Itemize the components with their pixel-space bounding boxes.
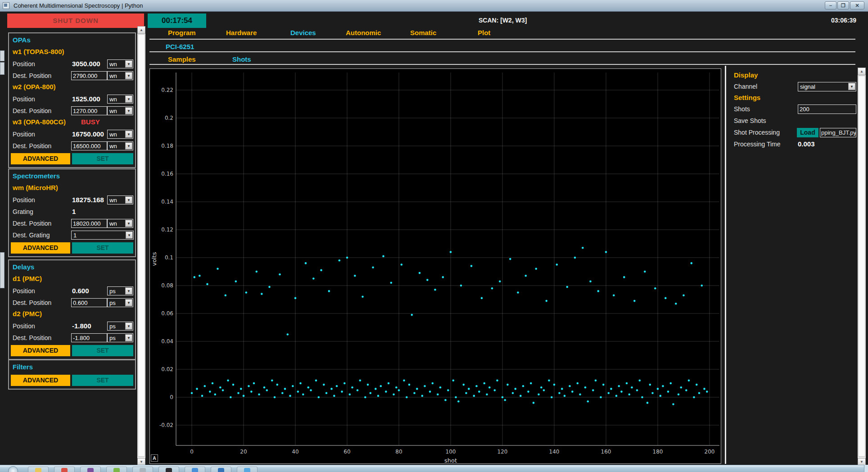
set-button[interactable]: SET	[72, 375, 133, 386]
channel-label: Channel	[734, 83, 757, 90]
position-readout: 1	[72, 208, 113, 215]
tab-autonomic[interactable]: Autonomic	[346, 29, 381, 36]
background-window-fragment	[0, 252, 5, 288]
units-select[interactable]: wn▼	[107, 141, 133, 150]
data-point	[434, 289, 436, 291]
data-point	[561, 388, 563, 390]
units-select[interactable]: wn▼	[107, 219, 133, 228]
autoscale-button[interactable]: A	[151, 454, 158, 462]
advanced-button[interactable]: ADVANCED	[11, 345, 70, 356]
close-button[interactable]: ✕	[850, 1, 864, 9]
chevron-down-icon[interactable]: ▼	[125, 322, 132, 330]
units-select[interactable]: wn▼	[107, 59, 133, 68]
set-button[interactable]: SET	[72, 242, 133, 254]
y-tick-label: 0.2	[165, 115, 173, 121]
set-button[interactable]: SET	[72, 345, 133, 356]
units-select[interactable]: ps▼	[107, 286, 133, 295]
chevron-down-icon[interactable]: ▼	[125, 60, 132, 68]
data-point	[574, 257, 576, 259]
unit-value: ps	[109, 323, 116, 330]
shots-scatter-plot[interactable]: -0.0200.020.040.060.080.10.120.140.160.1…	[149, 68, 721, 464]
chevron-down-icon[interactable]: ▼	[125, 107, 132, 114]
chevron-down-icon[interactable]: ▼	[125, 72, 132, 79]
dest-position-input[interactable]	[71, 298, 107, 307]
scroll-up-icon[interactable]: ▲	[137, 26, 145, 34]
data-point	[390, 282, 393, 284]
units-select[interactable]: ps▼	[107, 298, 133, 307]
taskbar-media-red-icon[interactable]	[54, 467, 75, 472]
processing-script-field[interactable]: pping_BJT.py	[820, 128, 856, 137]
dest-position-input[interactable]	[71, 141, 107, 150]
start-orb[interactable]	[8, 466, 18, 472]
data-point	[351, 386, 353, 389]
units-select[interactable]: wn▼	[107, 71, 133, 80]
tab-program[interactable]: Program	[168, 29, 196, 36]
units-select[interactable]: wn▼	[107, 106, 133, 115]
settings-scrollbar[interactable]: ▲ ▼	[858, 68, 866, 466]
scroll-up-icon[interactable]: ▲	[858, 68, 866, 75]
taskbar-window-blue-icon[interactable]	[211, 467, 231, 472]
taskbar-app-black-icon[interactable]	[158, 467, 179, 472]
taskbar-browser-blue-icon[interactable]	[185, 467, 205, 472]
subtab-samples[interactable]: Samples	[168, 55, 196, 63]
data-point	[447, 389, 449, 391]
tab-hardware[interactable]: Hardware	[226, 29, 257, 36]
restore-button[interactable]: ❐	[837, 1, 849, 9]
chevron-down-icon[interactable]: ▼	[848, 83, 855, 90]
chevron-down-icon[interactable]: ▼	[126, 231, 133, 239]
dest-grating-select[interactable]: 1▼	[71, 231, 134, 240]
subtab-shots[interactable]: Shots	[232, 55, 251, 63]
data-point	[678, 394, 680, 396]
data-point	[388, 382, 390, 385]
sidebar-scrollbar[interactable]: ▲ ▼	[137, 26, 145, 466]
advanced-button[interactable]: ADVANCED	[11, 375, 70, 386]
chevron-down-icon[interactable]: ▼	[125, 196, 132, 204]
unit-value: wn	[109, 108, 117, 114]
chevron-down-icon[interactable]: ▼	[125, 334, 132, 341]
y-tick-label: 0.18	[161, 143, 173, 149]
shutdown-button[interactable]: SHUT DOWN	[7, 14, 144, 28]
units-select[interactable]: wn▼	[107, 195, 133, 204]
taskbar-media-purple-icon[interactable]	[80, 467, 101, 472]
channel-select[interactable]: signal ▼	[798, 82, 856, 91]
dest-position-input[interactable]	[71, 333, 107, 342]
tab-devices[interactable]: Devices	[290, 29, 316, 36]
device-tab-pci-6251[interactable]: PCI-6251	[166, 43, 194, 50]
units-select[interactable]: wn▼	[107, 95, 133, 104]
tab-plot[interactable]: Plot	[478, 29, 490, 36]
set-button[interactable]: SET	[72, 153, 133, 164]
windows-taskbar[interactable]	[0, 465, 868, 472]
show-desktop-button[interactable]	[864, 465, 868, 472]
chevron-down-icon[interactable]: ▼	[125, 142, 132, 150]
chevron-down-icon[interactable]: ▼	[125, 299, 132, 306]
units-select[interactable]: ps▼	[107, 322, 133, 331]
dest-position-input[interactable]	[71, 106, 107, 115]
taskbar-app-gray-icon[interactable]	[132, 467, 153, 472]
minimize-button[interactable]: –	[825, 1, 836, 9]
data-point	[533, 402, 535, 404]
load-script-button[interactable]: Load	[797, 128, 818, 137]
panel-delays: Delaysd1 (PMC)Position0.600ps▼Dest. Posi…	[8, 259, 136, 360]
units-select[interactable]: ps▼	[107, 333, 133, 342]
media-purple-icon	[87, 468, 94, 472]
taskbar-app-green-icon[interactable]	[106, 467, 127, 472]
data-point	[204, 385, 206, 387]
scrollbar-thumb[interactable]	[858, 76, 865, 457]
data-point	[654, 287, 656, 290]
scrollbar-thumb[interactable]	[138, 34, 145, 457]
shots-input[interactable]	[798, 104, 856, 114]
dest-position-input[interactable]	[71, 219, 107, 228]
tab-somatic[interactable]: Somatic	[410, 29, 436, 36]
chevron-down-icon[interactable]: ▼	[125, 220, 132, 227]
chevron-down-icon[interactable]: ▼	[125, 95, 132, 103]
taskbar-editor-blue-icon[interactable]	[237, 467, 258, 472]
x-tick-label: 200	[705, 449, 715, 455]
folder-icon	[35, 468, 41, 472]
chevron-down-icon[interactable]: ▼	[125, 287, 132, 295]
chevron-down-icon[interactable]: ▼	[125, 131, 132, 138]
units-select[interactable]: wn▼	[107, 130, 133, 139]
dest-position-input[interactable]	[71, 71, 107, 80]
taskbar-folder-icon[interactable]	[28, 467, 49, 472]
advanced-button[interactable]: ADVANCED	[11, 153, 70, 164]
advanced-button[interactable]: ADVANCED	[11, 242, 70, 254]
